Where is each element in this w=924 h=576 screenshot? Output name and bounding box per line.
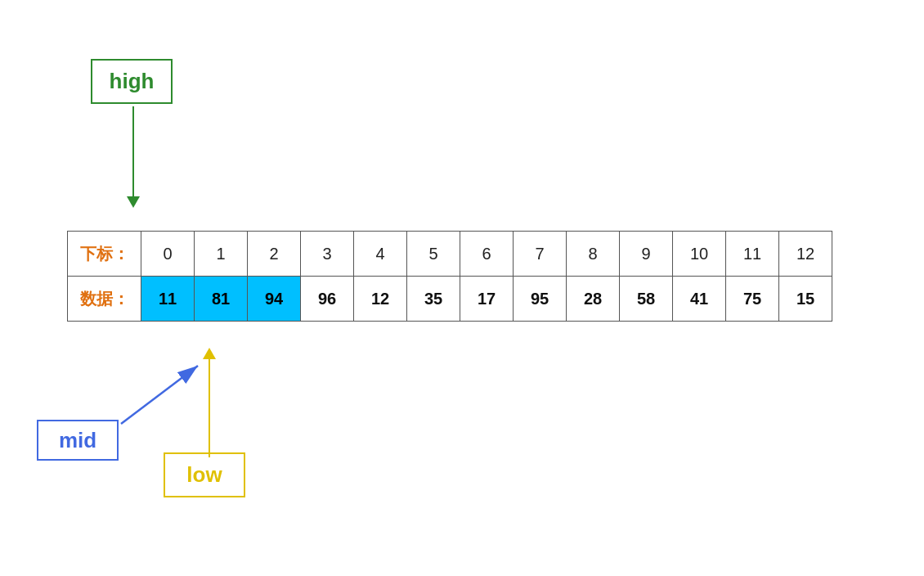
high-arrowhead	[127, 196, 140, 208]
data-label-cell: 数据：	[68, 277, 141, 322]
index-row: 下标： 0 1 2 3 4 5 6 7 8 9 10 11 12	[68, 232, 832, 277]
data-3: 96	[301, 277, 354, 322]
data-4: 12	[354, 277, 407, 322]
index-9: 9	[620, 232, 673, 277]
index-7: 7	[514, 232, 567, 277]
mid-label: mid	[37, 420, 119, 461]
index-4: 4	[354, 232, 407, 277]
data-12: 15	[779, 277, 832, 322]
data-table: 下标： 0 1 2 3 4 5 6 7 8 9 10 11 12 数据： 11 …	[67, 231, 832, 322]
low-text: low	[186, 462, 222, 488]
low-arrow-line	[209, 359, 210, 457]
data-7: 95	[514, 277, 567, 322]
array-table: 下标： 0 1 2 3 4 5 6 7 8 9 10 11 12 数据： 11 …	[67, 231, 832, 322]
index-6: 6	[460, 232, 514, 277]
index-5: 5	[407, 232, 460, 277]
low-label: low	[164, 452, 245, 497]
data-8: 28	[567, 277, 620, 322]
high-arrow	[127, 106, 140, 208]
index-2: 2	[248, 232, 301, 277]
high-label: high	[91, 59, 173, 104]
data-10: 41	[673, 277, 726, 322]
high-arrow-line	[132, 106, 134, 196]
index-10: 10	[673, 232, 726, 277]
index-0: 0	[141, 232, 195, 277]
data-5: 35	[407, 277, 460, 322]
index-3: 3	[301, 232, 354, 277]
data-row: 数据： 11 81 94 96 12 35 17 95 28 58 41 75 …	[68, 277, 832, 322]
index-1: 1	[195, 232, 248, 277]
mid-text: mid	[59, 428, 96, 453]
high-text: high	[110, 69, 155, 94]
index-8: 8	[567, 232, 620, 277]
data-6: 17	[460, 277, 514, 322]
index-12: 12	[779, 232, 832, 277]
data-1: 81	[195, 277, 248, 322]
low-arrowhead	[203, 348, 216, 359]
low-arrow	[203, 348, 216, 457]
data-9: 58	[620, 277, 673, 322]
data-0: 11	[141, 277, 195, 322]
index-label-cell: 下标：	[68, 232, 141, 277]
data-2: 94	[248, 277, 301, 322]
mid-arrow-line	[121, 366, 198, 424]
data-11: 75	[726, 277, 779, 322]
index-11: 11	[726, 232, 779, 277]
